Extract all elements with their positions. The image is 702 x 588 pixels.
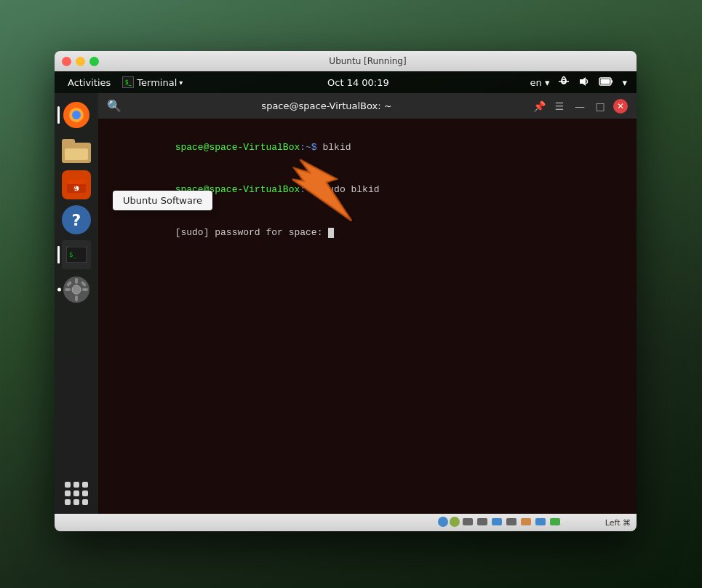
terminal-dock-icon: $_ xyxy=(62,240,91,269)
language-indicator[interactable]: en ▾ xyxy=(528,77,552,88)
volume-icon[interactable] xyxy=(576,76,592,90)
svg-rect-18 xyxy=(75,295,78,301)
terminal-pin-icon[interactable]: 📌 xyxy=(532,99,546,114)
svg-rect-17 xyxy=(75,278,78,284)
activities-button[interactable]: Activities xyxy=(62,77,116,88)
svg-point-24 xyxy=(450,517,460,527)
terminal-search-icon[interactable]: 🔍 xyxy=(107,99,121,114)
ubuntu-content: A ? $_ xyxy=(55,93,637,514)
svg-rect-27 xyxy=(492,518,502,525)
gnome-right-tray: en ▾ xyxy=(528,76,629,90)
terminal-menu[interactable]: $_ Terminal ▾ xyxy=(116,76,188,88)
terminal-menu-icon: $_ xyxy=(122,76,134,88)
sidebar-item-firefox[interactable] xyxy=(60,99,92,131)
sidebar-item-help[interactable]: ? xyxy=(60,204,92,236)
svg-rect-5 xyxy=(601,79,610,84)
terminal-minimize-button[interactable]: — xyxy=(573,99,587,114)
svg-rect-30 xyxy=(535,518,546,525)
terminal-titlebar: 🔍 space@space-VirtualBox: ~ 📌 ☰ — □ ✕ xyxy=(98,93,637,119)
svg-point-23 xyxy=(438,517,448,527)
help-icon: ? xyxy=(62,205,91,234)
terminal-line-2: space@space-VirtualBox:~$ sudo blkid xyxy=(107,169,628,212)
svg-point-8 xyxy=(72,111,81,119)
svg-rect-26 xyxy=(477,518,487,525)
svg-rect-29 xyxy=(521,518,531,525)
svg-rect-10 xyxy=(67,180,86,184)
svg-rect-20 xyxy=(82,288,88,291)
vbox-title: Ubuntu [Running] xyxy=(106,56,629,66)
terminal-line-3: [sudo] password for space: xyxy=(107,211,628,254)
svg-point-16 xyxy=(72,285,81,294)
vbox-status-icons xyxy=(436,515,597,528)
terminal-title: space@space-VirtualBox: ~ xyxy=(121,100,532,111)
svg-marker-2 xyxy=(580,77,586,86)
sidebar-item-settings[interactable] xyxy=(60,274,92,306)
svg-rect-28 xyxy=(506,518,516,525)
terminal-window-controls: 📌 ☰ — □ ✕ xyxy=(532,99,628,114)
terminal-restore-button[interactable]: □ xyxy=(593,99,607,114)
terminal-area: 🔍 space@space-VirtualBox: ~ 📌 ☰ — □ ✕ sp… xyxy=(98,93,637,514)
sidebar-item-appgrid[interactable] xyxy=(62,479,91,508)
battery-icon[interactable] xyxy=(597,76,615,90)
settings-gear-icon xyxy=(62,275,91,304)
ubuntu-sidebar: A ? $_ xyxy=(55,93,98,514)
gnome-topbar: Activities $_ Terminal ▾ Oct 14 00:19 en… xyxy=(55,71,637,93)
terminal-close-button[interactable]: ✕ xyxy=(613,99,628,114)
arrow-annotation xyxy=(222,132,367,251)
desktop: Ubuntu [Running] Activities $_ Terminal … xyxy=(0,0,702,588)
vbox-close-button[interactable] xyxy=(62,57,71,66)
system-menu-icon[interactable]: ▾ xyxy=(620,77,629,88)
sidebar-item-software[interactable]: A xyxy=(60,169,92,201)
svg-text:$_: $_ xyxy=(69,251,77,258)
gnome-clock[interactable]: Oct 14 00:19 xyxy=(188,77,527,88)
network-icon[interactable] xyxy=(556,76,572,90)
terminal-menu-arrow: ▾ xyxy=(179,79,183,87)
svg-rect-19 xyxy=(65,288,71,291)
vbox-window-controls xyxy=(62,57,99,66)
virtualbox-window: Ubuntu [Running] Activities $_ Terminal … xyxy=(55,51,637,531)
vbox-keyboard-status: Left ⌘ xyxy=(605,518,631,528)
sidebar-item-terminal[interactable]: $_ xyxy=(60,239,92,271)
vbox-bottombar: Left ⌘ xyxy=(55,514,637,531)
grid-dots-icon xyxy=(65,482,88,505)
svg-rect-4 xyxy=(611,80,613,83)
terminal-menu-label: Terminal xyxy=(137,77,177,88)
svg-rect-31 xyxy=(550,518,560,525)
vbox-titlebar: Ubuntu [Running] xyxy=(55,51,637,71)
terminal-menu-icon[interactable]: ☰ xyxy=(552,99,567,114)
vbox-minimize-button[interactable] xyxy=(76,57,85,66)
terminal-line-1: space@space-VirtualBox:~$ blkid xyxy=(107,126,628,169)
sidebar-item-files[interactable] xyxy=(60,134,92,166)
svg-text:A: A xyxy=(73,186,78,193)
svg-rect-25 xyxy=(463,518,473,525)
terminal-body[interactable]: space@space-VirtualBox:~$ blkid space@sp… xyxy=(98,119,637,514)
vbox-icons-row xyxy=(436,515,597,530)
vbox-maximize-button[interactable] xyxy=(89,57,99,66)
software-center-icon: A xyxy=(62,170,91,199)
